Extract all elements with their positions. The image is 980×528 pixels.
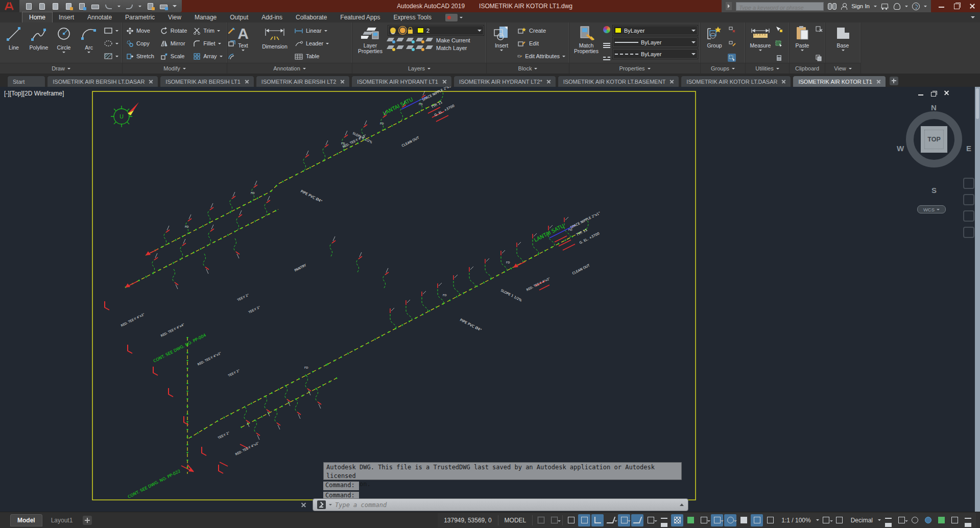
qat-customize-caret[interactable] xyxy=(173,5,177,7)
new-drawing-tab-button[interactable] xyxy=(890,77,898,85)
view-cube[interactable]: N S W E TOP xyxy=(900,105,968,196)
a360-caret[interactable] xyxy=(905,6,908,7)
new-layout-button[interactable] xyxy=(83,516,92,525)
annotation-scale-control[interactable]: 1:1 / 100% xyxy=(777,517,815,524)
edit-attributes-button[interactable]: Edit Attributes xyxy=(516,51,567,62)
grid-display-toggle[interactable] xyxy=(535,514,547,526)
close-tab-icon[interactable] xyxy=(340,80,344,84)
osnap-tracking-toggle[interactable] xyxy=(631,514,643,526)
model-tab[interactable]: Model xyxy=(10,514,42,526)
calculator-icon[interactable] xyxy=(775,54,783,62)
polar-tracking-toggle[interactable] xyxy=(605,514,617,526)
close-tab-icon[interactable] xyxy=(670,80,674,84)
panel-label-modify[interactable]: Modify xyxy=(123,63,227,74)
sign-in-caret[interactable] xyxy=(874,6,877,7)
tab-manage[interactable]: Manage xyxy=(188,12,223,22)
scale-button[interactable]: Scale xyxy=(159,51,188,62)
hatch-button[interactable] xyxy=(102,51,120,62)
measure-caret[interactable] xyxy=(759,50,762,51)
leader-button[interactable]: Leader xyxy=(293,38,337,49)
store-cart-icon[interactable] xyxy=(881,3,889,10)
lock-ui-toggle[interactable] xyxy=(895,514,907,526)
move-button[interactable]: Move xyxy=(125,25,156,36)
circle-caret[interactable] xyxy=(62,52,65,53)
drawing-restore-button[interactable] xyxy=(930,90,938,97)
help-search-input[interactable] xyxy=(736,4,823,11)
file-tab[interactable]: ISOMETRIK AIR BERSIH LT2 xyxy=(256,76,350,87)
view-cube-east[interactable]: E xyxy=(966,144,971,153)
tab-express-tools[interactable]: Express Tools xyxy=(387,12,438,22)
lineweight-select[interactable]: ByLayer xyxy=(612,37,698,47)
group-selection-toggle[interactable] xyxy=(728,54,736,62)
tab-output[interactable]: Output xyxy=(223,12,255,22)
close-tab-icon[interactable] xyxy=(876,80,880,84)
undo-dropdown-caret[interactable] xyxy=(117,6,121,7)
make-current-button[interactable]: Make Current xyxy=(436,37,470,43)
new-file-icon[interactable] xyxy=(25,3,33,10)
line-button[interactable]: Line xyxy=(2,24,26,63)
drawing-area[interactable]: ULANTAI SATUSPACE NIPPLE 2"x1"TYP. 11G. … xyxy=(0,87,980,512)
ellipse-button[interactable] xyxy=(102,38,120,49)
graphics-check-icon[interactable] xyxy=(935,514,947,526)
sheet-set-icon[interactable] xyxy=(146,3,155,10)
view-cube-west[interactable]: W xyxy=(897,144,904,153)
quick-properties-toggle[interactable] xyxy=(882,514,894,526)
layer-isolate-icon[interactable] xyxy=(388,37,395,43)
a360-icon[interactable] xyxy=(893,3,901,10)
ortho-mode-toggle[interactable] xyxy=(591,514,604,526)
viewport-controls-label[interactable]: [-][Top][2D Wireframe] xyxy=(4,90,64,97)
group-button[interactable]: Group xyxy=(703,24,726,63)
command-prompt-icon[interactable] xyxy=(317,500,326,509)
linear-dimension-button[interactable]: Linear xyxy=(293,25,337,36)
3d-osnap-toggle[interactable] xyxy=(698,514,710,526)
text-caret[interactable] xyxy=(242,50,245,51)
circle-button[interactable]: Circle xyxy=(52,24,76,63)
autocad-logo-icon[interactable] xyxy=(0,0,19,12)
tab-home[interactable]: Home xyxy=(22,12,52,22)
file-tab[interactable]: ISOMETRIK AIR KOTOR LT.BASEMENT xyxy=(558,76,680,87)
model-space-toggle[interactable]: MODEL xyxy=(500,517,531,524)
redo-dropdown-caret[interactable] xyxy=(138,6,141,7)
object-snap-toggle[interactable] xyxy=(644,514,657,526)
text-button[interactable]: A Text xyxy=(229,24,257,63)
copy-button[interactable]: Copy xyxy=(125,38,156,49)
panel-label-block[interactable]: Block xyxy=(487,63,569,74)
panel-label-clipboard[interactable]: Clipboard xyxy=(790,63,825,74)
panel-label-view[interactable]: View xyxy=(825,63,861,74)
close-tab-icon[interactable] xyxy=(245,80,249,84)
annotation-visibility-toggle[interactable] xyxy=(751,514,763,526)
close-tab-icon[interactable] xyxy=(546,80,551,84)
file-tab-start[interactable]: Start xyxy=(7,76,45,87)
clean-screen-toggle[interactable] xyxy=(948,514,961,526)
tab-view[interactable]: View xyxy=(161,12,188,22)
panel-label-annotation[interactable]: Annotation xyxy=(227,63,352,74)
layer-unisolate-icon[interactable] xyxy=(388,44,395,51)
view-cube-south[interactable]: S xyxy=(931,186,937,195)
trim-button[interactable]: Trim xyxy=(192,25,224,36)
sign-in-button[interactable]: Sign In xyxy=(851,3,870,9)
polyline-button[interactable]: Polyline xyxy=(27,24,51,63)
transparency-toggle[interactable] xyxy=(671,514,683,526)
mirror-button[interactable]: Mirror xyxy=(159,38,188,49)
layer-freeze-icon[interactable] xyxy=(397,37,405,43)
tab-featured-apps[interactable]: Featured Apps xyxy=(333,12,387,22)
file-tab[interactable]: ISOMETRIK AIR HYDRANT LT1 xyxy=(351,76,452,87)
stretch-button[interactable]: Stretch xyxy=(125,51,156,62)
graphics-performance-toggle[interactable] xyxy=(922,514,934,526)
rectangle-button[interactable] xyxy=(102,25,120,36)
file-tab[interactable]: ISOMETRIK AIR KOTOR LT.DASAR xyxy=(681,76,791,87)
drawing-content[interactable]: ULANTAI SATUSPACE NIPPLE 2"x1"TYP. 11G. … xyxy=(0,87,980,512)
layer-off-icon[interactable] xyxy=(407,37,415,43)
insert-caret[interactable] xyxy=(500,50,503,51)
wcs-selector[interactable]: WCS xyxy=(917,205,946,213)
selection-filter-toggle[interactable] xyxy=(724,514,736,526)
save-icon[interactable] xyxy=(51,3,60,10)
search-binoculars-icon[interactable] xyxy=(828,3,837,10)
arc-caret[interactable] xyxy=(87,52,90,53)
view-cube-north[interactable]: N xyxy=(931,103,937,112)
panel-label-utilities[interactable]: Utilities xyxy=(746,63,789,74)
isodraft-toggle[interactable] xyxy=(618,514,630,526)
fillet-button[interactable]: Fillet xyxy=(192,38,224,49)
array-button[interactable]: Array xyxy=(192,51,224,62)
autoscale-toggle[interactable] xyxy=(764,514,776,526)
